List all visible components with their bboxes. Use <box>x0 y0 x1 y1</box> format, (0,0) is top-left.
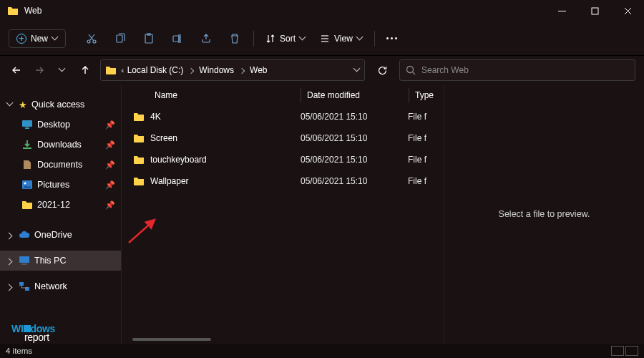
sort-button[interactable]: Sort <box>260 34 311 44</box>
paste-button[interactable] <box>136 27 162 50</box>
up-button[interactable] <box>77 62 93 78</box>
svg-rect-1 <box>592 8 598 14</box>
search-input[interactable]: Search Web <box>399 59 635 81</box>
address-bar[interactable]: ‹‹ Local Disk (C:) Windows Web <box>100 59 365 81</box>
chevron-down-icon <box>357 36 363 42</box>
search-placeholder: Search Web <box>421 65 469 75</box>
rename-button[interactable] <box>165 27 190 50</box>
new-label: New <box>31 34 48 44</box>
folder-icon <box>21 200 33 210</box>
pin-icon: 📌 <box>105 160 115 170</box>
document-icon <box>21 160 33 170</box>
svg-rect-20 <box>21 263 27 265</box>
sidebar-item-documents[interactable]: Documents 📌 <box>0 155 121 175</box>
toolbar: New Sort View <box>0 21 644 56</box>
file-type: File f <box>408 155 444 165</box>
window-title: Web <box>24 6 42 16</box>
address-dropdown[interactable] <box>354 67 360 73</box>
table-row[interactable]: Wallpaper05/06/2021 15:10File f <box>122 170 444 192</box>
download-icon <box>21 140 33 150</box>
forward-button[interactable] <box>31 62 47 78</box>
svg-rect-6 <box>117 35 122 42</box>
pictures-icon <box>21 180 33 190</box>
recent-dropdown[interactable] <box>54 62 70 78</box>
sidebar-item-label: Downloads <box>37 140 101 150</box>
svg-point-13 <box>407 67 414 73</box>
folder-icon <box>133 112 145 122</box>
back-button[interactable] <box>9 62 24 78</box>
sidebar-item-downloads[interactable]: Downloads 📌 <box>0 135 121 155</box>
status-count: 4 items <box>6 347 32 355</box>
sidebar-item-label: Quick access <box>31 100 117 110</box>
folder-icon <box>133 133 145 143</box>
sort-icon <box>265 34 275 44</box>
search-icon <box>406 65 416 75</box>
sidebar-item-recent-folder[interactable]: 2021-12 📌 <box>0 195 121 215</box>
statusbar: 4 items <box>0 344 644 358</box>
minimize-button[interactable] <box>545 0 578 21</box>
file-name: Wallpaper <box>150 176 189 186</box>
sidebar-item-label: This PC <box>34 256 117 266</box>
file-date: 05/06/2021 15:10 <box>301 155 408 165</box>
pin-icon: 📌 <box>105 140 115 150</box>
sidebar-item-network[interactable]: Network <box>0 276 121 296</box>
column-type[interactable]: Type <box>409 90 444 100</box>
table-row[interactable]: touchkeyboard05/06/2021 15:10File f <box>122 149 444 170</box>
star-icon: ★ <box>19 100 27 110</box>
sidebar-item-onedrive[interactable]: OneDrive <box>0 225 121 245</box>
refresh-button[interactable] <box>372 65 392 76</box>
sidebar-item-label: Desktop <box>37 120 101 130</box>
sidebar-item-desktop[interactable]: Desktop 📌 <box>0 115 121 135</box>
table-row[interactable]: 4K05/06/2021 15:10File f <box>122 106 444 127</box>
svg-rect-19 <box>19 256 29 263</box>
view-label: View <box>334 34 353 44</box>
breadcrumb-root-chevrons: ‹‹ <box>121 67 123 74</box>
sidebar: ★ Quick access Desktop 📌 Downloads 📌 Doc… <box>0 84 122 344</box>
sidebar-item-this-pc[interactable]: This PC <box>0 251 121 271</box>
desktop-icon <box>21 120 33 130</box>
more-button[interactable] <box>381 37 403 39</box>
file-name: touchkeyboard <box>150 155 207 165</box>
breadcrumb-web[interactable]: Web <box>250 65 267 75</box>
sidebar-item-label: Pictures <box>37 180 101 190</box>
watermark: WIdows report <box>11 324 55 342</box>
folder-icon <box>133 176 145 186</box>
close-button[interactable] <box>611 0 644 21</box>
delete-button[interactable] <box>222 27 248 50</box>
svg-point-18 <box>24 183 26 185</box>
share-button[interactable] <box>193 27 219 50</box>
sidebar-item-label: 2021-12 <box>37 200 101 210</box>
preview-empty-text: Select a file to preview. <box>499 209 590 219</box>
new-button[interactable]: New <box>9 29 66 48</box>
copy-button[interactable] <box>107 27 133 50</box>
horizontal-scrollbar[interactable] <box>122 335 444 344</box>
table-row[interactable]: Screen05/06/2021 15:10File f <box>122 127 444 149</box>
svg-line-14 <box>413 72 416 75</box>
svg-rect-15 <box>22 120 32 127</box>
breadcrumb-windows[interactable]: Windows <box>199 65 234 75</box>
file-name: Screen <box>150 133 177 143</box>
view-mode-icons[interactable] <box>625 346 638 356</box>
breadcrumb-disk[interactable]: Local Disk (C:) <box>127 65 184 75</box>
file-list: Name Date modified Type 4K05/06/2021 15:… <box>122 84 444 344</box>
view-mode-details[interactable] <box>611 346 624 356</box>
sidebar-item-quick-access[interactable]: ★ Quick access <box>0 95 121 115</box>
column-name[interactable]: Name <box>122 90 301 100</box>
pc-icon <box>19 256 30 266</box>
preview-pane: Select a file to preview. <box>444 84 644 344</box>
sidebar-item-label: Documents <box>37 160 101 170</box>
maximize-button[interactable] <box>578 0 611 21</box>
column-date[interactable]: Date modified <box>301 90 409 100</box>
folder-icon <box>7 6 19 16</box>
plus-icon <box>16 34 26 44</box>
column-headers: Name Date modified Type <box>122 84 444 106</box>
svg-rect-9 <box>173 36 179 42</box>
file-type: File f <box>408 176 444 186</box>
sidebar-item-pictures[interactable]: Pictures 📌 <box>0 175 121 195</box>
pin-icon: 📌 <box>105 120 115 130</box>
svg-rect-16 <box>25 127 29 129</box>
sort-label: Sort <box>280 34 296 44</box>
cut-button[interactable] <box>79 27 104 50</box>
file-name: 4K <box>150 112 161 122</box>
view-button[interactable]: View <box>314 34 369 44</box>
